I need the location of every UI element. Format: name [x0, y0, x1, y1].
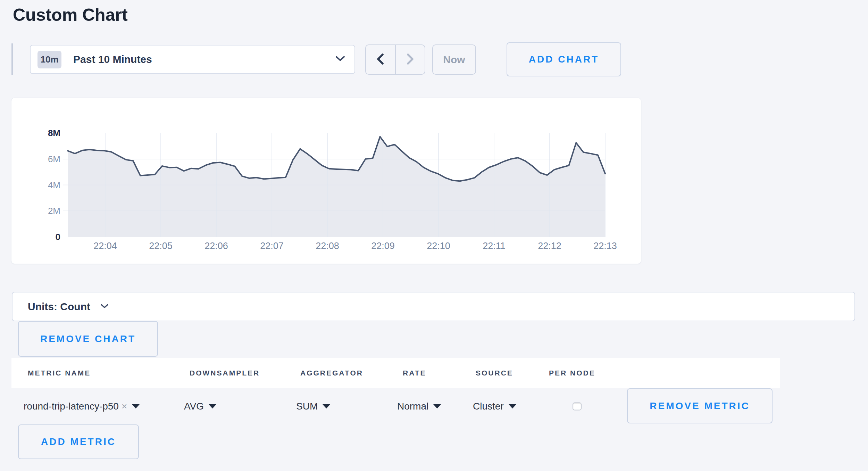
caret-down-icon — [209, 404, 216, 408]
caret-down-icon — [509, 404, 516, 408]
custom-metric-chart: 22:0422:0522:0622:0722:0822:0922:1022:11… — [11, 98, 642, 264]
aggregator-value: SUM — [296, 401, 318, 412]
metric-name-value: round-trip-latency-p50 — [24, 401, 119, 412]
column-header-source: SOURCE — [476, 358, 513, 388]
svg-text:22:06: 22:06 — [205, 241, 228, 251]
svg-text:2M: 2M — [48, 206, 60, 216]
column-header-downsampler: DOWNSAMPLER — [190, 358, 260, 388]
column-header-aggregator: AGGREGATOR — [300, 358, 363, 388]
time-next-button[interactable] — [396, 45, 425, 74]
time-window-label: Past 10 Minutes — [73, 53, 152, 65]
clear-metric-icon[interactable]: × — [122, 401, 127, 412]
source-value: Cluster — [473, 401, 504, 412]
aggregator-dropdown[interactable]: SUM — [296, 401, 330, 412]
column-header-rate: RATE — [403, 358, 426, 388]
units-dropdown[interactable]: Units: Count — [12, 292, 855, 321]
svg-text:8M: 8M — [48, 128, 60, 138]
downsampler-value: AVG — [184, 401, 204, 412]
source-dropdown[interactable]: Cluster — [473, 401, 516, 412]
svg-text:6M: 6M — [48, 154, 60, 164]
metric-table-row: round-trip-latency-p50 × AVG SUM Normal … — [0, 388, 868, 424]
svg-text:22:08: 22:08 — [316, 241, 339, 251]
metrics-table-header: METRIC NAME DOWNSAMPLER AGGREGATOR RATE … — [11, 358, 780, 388]
caret-down-icon — [323, 404, 330, 408]
column-header-per-node: PER NODE — [549, 358, 595, 388]
rate-dropdown[interactable]: Normal — [397, 401, 441, 412]
svg-text:22:13: 22:13 — [593, 241, 617, 251]
downsampler-dropdown[interactable]: AVG — [184, 401, 216, 412]
per-node-checkbox[interactable] — [573, 403, 582, 411]
units-dropdown-label: Units: Count — [28, 301, 90, 313]
now-button[interactable]: Now — [432, 44, 476, 75]
caret-down-icon — [132, 404, 140, 408]
remove-chart-button[interactable]: REMOVE CHART — [18, 321, 158, 357]
svg-text:4M: 4M — [48, 180, 60, 190]
time-nav-group — [365, 44, 425, 75]
column-header-metric-name: METRIC NAME — [28, 358, 91, 388]
svg-text:22:05: 22:05 — [149, 241, 173, 251]
time-window-dropdown[interactable]: 10m Past 10 Minutes — [30, 45, 355, 74]
add-chart-button[interactable]: ADD CHART — [507, 42, 621, 76]
svg-text:22:07: 22:07 — [260, 241, 284, 251]
chevron-left-icon — [376, 53, 385, 66]
time-window-badge: 10m — [37, 51, 61, 68]
chevron-down-icon — [101, 304, 108, 310]
caret-down-icon — [433, 404, 441, 408]
remove-metric-button[interactable]: REMOVE METRIC — [627, 388, 773, 423]
add-metric-button[interactable]: ADD METRIC — [18, 424, 139, 459]
custom-chart-page: Custom Chart 10m Past 10 Minutes Now ADD… — [0, 0, 868, 471]
svg-text:22:04: 22:04 — [93, 241, 117, 251]
time-window-accent-bar — [11, 43, 13, 75]
svg-text:22:11: 22:11 — [483, 241, 506, 251]
svg-text:0: 0 — [56, 232, 60, 242]
page-title: Custom Chart — [13, 6, 128, 24]
metric-name-dropdown[interactable]: round-trip-latency-p50 × — [24, 401, 140, 412]
time-prev-button[interactable] — [366, 45, 396, 74]
svg-text:22:09: 22:09 — [371, 241, 395, 251]
chart-card: 22:0422:0522:0622:0722:0822:0922:1022:11… — [11, 98, 641, 264]
chevron-right-icon — [406, 53, 415, 66]
svg-text:22:12: 22:12 — [538, 241, 561, 251]
rate-value: Normal — [397, 401, 428, 412]
svg-text:22:10: 22:10 — [427, 241, 450, 251]
chevron-down-icon — [336, 56, 345, 63]
